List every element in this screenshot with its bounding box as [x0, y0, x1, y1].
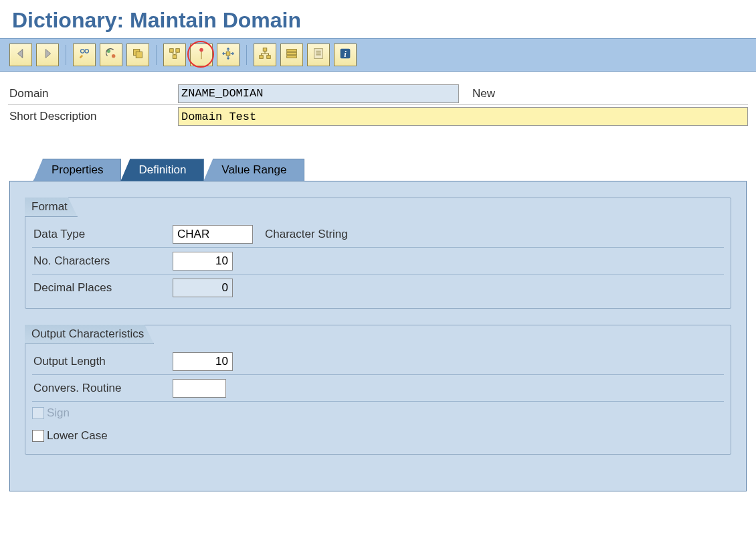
check-button[interactable] — [163, 44, 186, 66]
display-object-list-button[interactable] — [280, 44, 303, 66]
svg-rect-9 — [201, 51, 202, 59]
svg-rect-6 — [170, 49, 173, 53]
no-characters-label: No. Characters — [32, 254, 173, 268]
pencil-glasses-icon — [77, 46, 92, 64]
domain-label: Domain — [8, 87, 178, 100]
svg-rect-8 — [173, 55, 177, 59]
output-length-input[interactable] — [173, 352, 233, 371]
tab-properties[interactable]: Properties — [33, 159, 121, 181]
decimal-places-row: Decimal Places — [32, 275, 724, 301]
documentation-button[interactable] — [307, 44, 330, 66]
stack-list-icon — [284, 46, 299, 64]
arrow-right-icon — [40, 46, 55, 64]
hierarchy-icon — [258, 46, 272, 64]
document-lines-icon — [311, 46, 326, 64]
svg-rect-18 — [314, 49, 323, 59]
format-group: Format Data Type Character String No. Ch… — [25, 198, 731, 309]
arrows-cube-icon — [221, 46, 235, 64]
page-title: Dictionary: Maintain Domain — [0, 0, 756, 38]
convers-routine-row: Convers. Routine — [32, 375, 724, 402]
data-type-note: Character String — [265, 228, 348, 241]
output-characteristics-title: Output Characteristics — [25, 325, 154, 344]
output-length-label: Output Length — [32, 355, 173, 368]
format-group-title: Format — [25, 198, 78, 217]
refresh-dots-icon — [104, 46, 118, 64]
convers-routine-label: Convers. Routine — [32, 382, 173, 395]
svg-rect-7 — [176, 49, 180, 53]
data-type-label: Data Type — [32, 228, 173, 241]
tab-area: Properties Definition Value Range Format… — [9, 159, 747, 491]
svg-rect-14 — [267, 56, 271, 59]
application-toolbar: i — [0, 38, 756, 72]
definition-panel: Format Data Type Character String No. Ch… — [9, 181, 747, 491]
sign-label: Sign — [47, 406, 70, 420]
back-button[interactable] — [9, 44, 32, 66]
lower-case-checkbox[interactable] — [32, 430, 44, 442]
svg-rect-16 — [287, 52, 297, 55]
arrow-left-icon — [13, 46, 28, 64]
convers-routine-input[interactable] — [173, 379, 226, 398]
status-text: New — [472, 87, 495, 100]
short-description-label: Short Description — [8, 110, 178, 123]
svg-rect-17 — [287, 56, 297, 58]
other-object-button[interactable] — [100, 44, 122, 66]
svg-point-3 — [112, 54, 116, 58]
display-change-button[interactable] — [73, 44, 96, 66]
no-characters-row: No. Characters — [32, 248, 724, 275]
svg-point-1 — [81, 50, 85, 54]
short-description-input[interactable] — [178, 107, 748, 126]
activate-button[interactable] — [190, 44, 213, 66]
sign-row: Sign — [32, 402, 724, 424]
domain-input[interactable] — [178, 84, 459, 103]
svg-rect-13 — [260, 56, 264, 59]
output-characteristics-group: Output Characteristics Output Length Con… — [25, 325, 731, 455]
tab-definition[interactable]: Definition — [120, 159, 204, 181]
output-length-row: Output Length — [32, 348, 724, 375]
tab-value-range[interactable]: Value Range — [203, 159, 304, 181]
header-area: Domain New Short Description — [0, 72, 756, 132]
decimal-places-label: Decimal Places — [32, 281, 173, 295]
svg-point-10 — [199, 48, 203, 52]
data-type-input[interactable] — [173, 225, 253, 244]
forward-button[interactable] — [36, 44, 59, 66]
nodes-check-icon — [167, 46, 182, 64]
copy-icon — [130, 46, 145, 64]
svg-rect-5 — [136, 52, 142, 58]
where-used-button[interactable] — [217, 44, 240, 66]
info-button[interactable]: i — [334, 44, 357, 66]
info-icon: i — [338, 46, 353, 64]
svg-rect-11 — [226, 52, 230, 56]
short-description-row: Short Description — [8, 105, 748, 128]
svg-rect-15 — [287, 50, 297, 52]
no-characters-input[interactable] — [173, 252, 233, 270]
lower-case-row: Lower Case — [32, 424, 724, 447]
matchstick-icon — [194, 46, 209, 64]
domain-row: Domain New — [8, 82, 748, 105]
svg-point-0 — [85, 50, 89, 54]
decimal-places-input — [173, 279, 233, 297]
svg-text:i: i — [344, 50, 347, 59]
sign-checkbox — [32, 407, 44, 419]
tab-strip: Properties Definition Value Range — [9, 159, 747, 181]
copy-button[interactable] — [126, 44, 149, 66]
svg-rect-12 — [263, 48, 267, 52]
hierarchy-button[interactable] — [254, 44, 276, 66]
data-type-row: Data Type Character String — [32, 221, 724, 248]
lower-case-label: Lower Case — [47, 429, 108, 443]
